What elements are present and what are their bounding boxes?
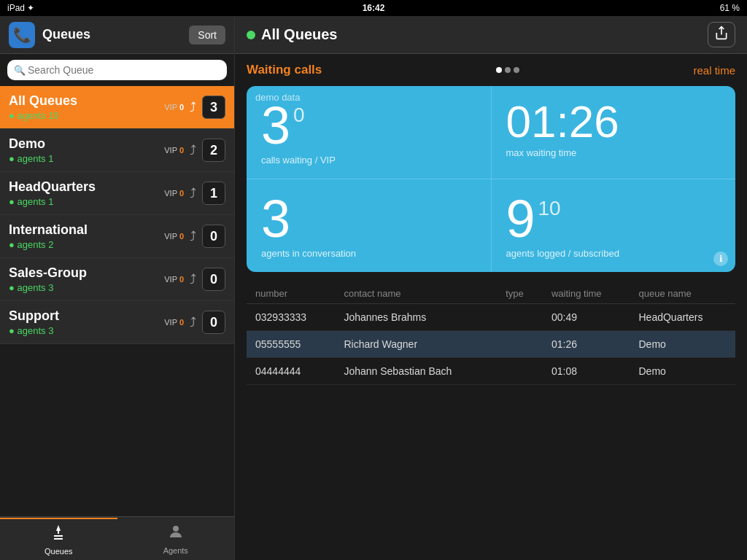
cell-queue: Demo — [630, 331, 736, 358]
agents-conv-label: agents in conversation — [261, 248, 476, 259]
queue-name: Demo — [9, 136, 164, 152]
queue-item-headquarters[interactable]: HeadQuarters ● agents 1 VIP 0 ⤴ 1 — [0, 172, 234, 215]
agents-logged-label: agents logged / subscribed — [506, 248, 721, 259]
table-row[interactable]: 04444444 Johann Sebastian Bach 01:08 Dem… — [247, 358, 735, 385]
sort-button[interactable]: Sort — [189, 26, 225, 44]
agents-conv-number: 3 — [261, 192, 290, 245]
left-panel-title: Queues — [42, 27, 90, 42]
status-device: iPad ✦ — [7, 3, 34, 13]
queue-list: All Queues ● agents 10 VIP 0 ⤴ 3 — [0, 86, 234, 516]
agent-dot: ● — [9, 153, 15, 164]
vip-badge: VIP 0 — [164, 232, 184, 241]
calls-waiting-number: 3 — [261, 99, 290, 152]
status-time: 16:42 — [363, 3, 385, 13]
queue-agents: ● agents 3 — [9, 282, 164, 293]
agent-dot: ● — [9, 110, 15, 121]
queue-item-support[interactable]: Support ● agents 3 VIP 0 ⤴ 0 — [0, 301, 234, 344]
transfer-icon: ⤴ — [190, 229, 196, 244]
section-title: Waiting calls — [247, 63, 322, 77]
nav-item-queues[interactable]: Queues — [0, 518, 117, 560]
stat-max-wait: 01:26 max waiting time — [492, 86, 736, 179]
queue-item-international[interactable]: International ● agents 2 VIP 0 ⤴ 0 — [0, 215, 234, 258]
cell-number: 032933333 — [247, 304, 335, 331]
vip-badge: VIP 0 — [164, 146, 184, 155]
realtime-label: real time — [693, 64, 735, 77]
status-battery: 61 % — [720, 3, 740, 13]
transfer-icon: ⤴ — [190, 186, 196, 201]
cell-number: 04444444 — [247, 358, 335, 385]
status-left: iPad ✦ — [7, 3, 34, 13]
agents-icon — [167, 523, 185, 545]
cell-contact: Johannes Brahms — [335, 304, 497, 331]
content-area: Waiting calls real time demo data 3 0 — [235, 54, 747, 560]
section-header: Waiting calls real time — [247, 63, 735, 77]
cell-contact: Johann Sebastian Bach — [335, 358, 497, 385]
demo-label: demo data — [255, 92, 300, 103]
agent-dot: ● — [9, 325, 15, 336]
queue-agents: ● agents 2 — [9, 239, 164, 250]
online-indicator — [247, 31, 255, 39]
svg-rect-0 — [54, 535, 63, 537]
queue-agents: ● agents 10 — [9, 110, 164, 121]
transfer-icon: ⤴ — [190, 143, 196, 158]
search-container: 🔍 — [0, 54, 234, 86]
stat-agents-logged: 9 10 agents logged / subscribed ℹ — [492, 179, 736, 272]
call-count-badge: 3 — [202, 96, 225, 119]
call-count-badge: 0 — [202, 225, 225, 248]
calls-waiting-vip: 0 — [293, 105, 305, 125]
vip-badge: VIP 0 — [164, 275, 184, 284]
queue-name: Support — [9, 308, 164, 324]
agents-logged-number: 9 — [506, 192, 535, 245]
queue-item-all-queues[interactable]: All Queues ● agents 10 VIP 0 ⤴ 3 — [0, 86, 234, 129]
info-icon[interactable]: ℹ — [713, 252, 728, 266]
cell-waiting-time: 01:26 — [543, 331, 630, 358]
queue-name: Sales-Group — [9, 265, 164, 281]
svg-rect-1 — [54, 538, 63, 540]
stats-card: demo data 3 0 calls waiting / VIP 01:26 … — [247, 86, 735, 272]
table-row[interactable]: 05555555 Richard Wagner 01:26 Demo — [247, 331, 735, 358]
right-panel-title: All Queues — [247, 26, 337, 43]
bottom-nav: Queues Agents — [0, 516, 234, 560]
search-input[interactable] — [7, 60, 227, 80]
col-queue-name: queue name — [630, 284, 736, 304]
call-count-badge: 0 — [202, 268, 225, 291]
call-count-badge: 2 — [202, 139, 225, 162]
call-count-badge: 0 — [202, 311, 225, 334]
nav-label-queues: Queues — [44, 547, 73, 556]
table-row[interactable]: 032933333 Johannes Brahms 00:49 HeadQuar… — [247, 304, 735, 331]
queue-agents: ● agents 3 — [9, 325, 164, 336]
status-bar: iPad ✦ 16:42 61 % — [0, 0, 747, 16]
call-count-badge: 1 — [202, 182, 225, 205]
queue-item-sales-group[interactable]: Sales-Group ● agents 3 VIP 0 ⤴ 0 — [0, 258, 234, 301]
left-panel: 📞 Queues Sort 🔍 All Queues ● agents — [0, 16, 235, 560]
dot-3 — [514, 67, 519, 73]
calls-table: number contact name type waiting time qu… — [247, 284, 735, 385]
cell-type — [497, 358, 543, 385]
agents-logged-sub: 10 — [538, 198, 561, 219]
share-button[interactable] — [708, 22, 735, 47]
dot-1 — [496, 67, 502, 73]
cell-type — [497, 331, 543, 358]
svg-point-2 — [173, 526, 179, 532]
cell-waiting-time: 00:49 — [543, 304, 630, 331]
cell-queue: Demo — [630, 358, 736, 385]
max-wait-time: 01:26 — [506, 99, 619, 144]
pagination-dots — [496, 67, 519, 73]
nav-item-agents[interactable]: Agents — [117, 518, 235, 559]
queue-name: All Queues — [9, 93, 164, 109]
agent-dot: ● — [9, 196, 15, 207]
col-number: number — [247, 284, 335, 304]
queue-name: International — [9, 222, 164, 238]
stat-agents-conv: 3 agents in conversation — [247, 179, 492, 272]
col-waiting-time: waiting time — [543, 284, 630, 304]
cell-number: 05555555 — [247, 331, 335, 358]
transfer-icon: ⤴ — [190, 272, 196, 287]
vip-badge: VIP 0 — [164, 189, 184, 198]
calls-waiting-label: calls waiting / VIP — [261, 155, 476, 166]
queue-item-demo[interactable]: Demo ● agents 1 VIP 0 ⤴ 2 — [0, 129, 234, 172]
cell-type — [497, 304, 543, 331]
queues-icon — [50, 524, 67, 545]
dot-2 — [505, 67, 511, 73]
agent-dot: ● — [9, 239, 15, 250]
cell-waiting-time: 01:08 — [543, 358, 630, 385]
